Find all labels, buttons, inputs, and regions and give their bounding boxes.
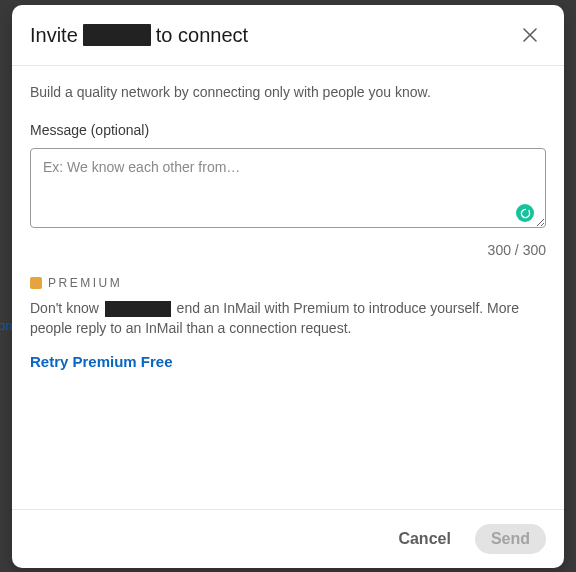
close-icon [520,25,540,45]
modal-header: Invite to connect [12,5,564,66]
retry-premium-link[interactable]: Retry Premium Free [30,353,173,370]
premium-label: PREMIUM [48,276,122,290]
premium-description: Don't know end an InMail with Premium to… [30,298,546,339]
char-counter: 300 / 300 [30,242,546,258]
background-link-hint: on [0,318,12,333]
subhead-text: Build a quality network by connecting on… [30,84,546,100]
premium-header: PREMIUM [30,276,546,290]
redacted-name-small [105,301,171,317]
title-suffix: to connect [156,24,248,47]
close-button[interactable] [514,19,546,51]
premium-badge-icon [30,277,42,289]
cancel-button[interactable]: Cancel [382,524,466,554]
message-input[interactable] [30,148,546,228]
modal-footer: Cancel Send [12,509,564,568]
redacted-name [83,24,151,46]
invite-modal: Invite to connect Build a quality networ… [12,5,564,568]
premium-desc-suffix: end an InMail with Premium to introduce … [30,300,519,336]
send-button[interactable]: Send [475,524,546,554]
message-label: Message (optional) [30,122,546,138]
message-field-wrap [30,148,546,232]
modal-body: Build a quality network by connecting on… [12,66,564,509]
premium-desc-prefix: Don't know [30,300,99,316]
modal-title: Invite to connect [30,24,248,47]
title-prefix: Invite [30,24,78,47]
grammarly-icon[interactable] [516,204,534,222]
